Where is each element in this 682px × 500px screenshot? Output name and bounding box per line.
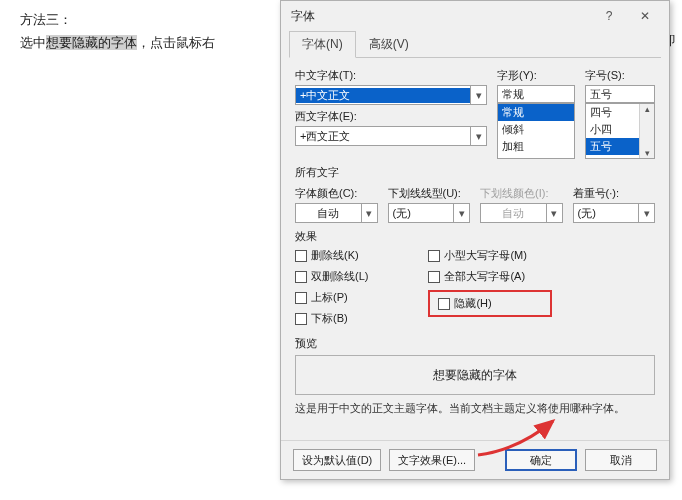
combo-en-font[interactable]: +西文正文 ▾ bbox=[295, 126, 487, 146]
chevron-down-icon[interactable]: ▾ bbox=[361, 204, 377, 222]
btn-set-default[interactable]: 设为默认值(D) bbox=[293, 449, 381, 471]
tab-advanced[interactable]: 高级(V) bbox=[356, 31, 422, 58]
dialog-title: 字体 bbox=[291, 8, 315, 25]
btn-ok[interactable]: 确定 bbox=[505, 449, 577, 471]
scrollbar[interactable]: ▴▾ bbox=[639, 104, 654, 158]
label-cn-font: 中文字体(T): bbox=[295, 68, 487, 83]
chevron-down-icon[interactable]: ▾ bbox=[470, 127, 486, 145]
chk-smallcap[interactable]: 小型大写字母(M) bbox=[428, 248, 551, 263]
preview-box: 想要隐藏的字体 bbox=[295, 355, 655, 395]
combo-cn-font[interactable]: +中文正文 ▾ bbox=[295, 85, 487, 105]
chevron-down-icon[interactable]: ▾ bbox=[638, 204, 654, 222]
section-effects: 效果 bbox=[295, 229, 655, 244]
list-size[interactable]: 四号 小四 五号 ▴▾ bbox=[585, 103, 655, 159]
chevron-down-icon[interactable]: ▾ bbox=[453, 204, 469, 222]
label-emphasis: 着重号(·): bbox=[573, 186, 656, 201]
chevron-down-icon[interactable]: ▾ bbox=[470, 86, 486, 104]
chk-hidden[interactable]: 隐藏(H) bbox=[438, 296, 491, 311]
input-size[interactable]: 五号 bbox=[585, 85, 655, 103]
label-style: 字形(Y): bbox=[497, 68, 575, 83]
label-en-font: 西文字体(E): bbox=[295, 109, 487, 124]
chk-sub[interactable]: 下标(B) bbox=[295, 311, 368, 326]
chk-super[interactable]: 上标(P) bbox=[295, 290, 368, 305]
doc-selection: 想要隐藏的字体 bbox=[46, 35, 137, 50]
chk-allcap[interactable]: 全部大写字母(A) bbox=[428, 269, 551, 284]
btn-text-effects[interactable]: 文字效果(E)... bbox=[389, 449, 475, 471]
combo-font-color[interactable]: 自动 ▾ bbox=[295, 203, 378, 223]
input-style[interactable]: 常规 bbox=[497, 85, 575, 103]
tab-font[interactable]: 字体(N) bbox=[289, 31, 356, 58]
combo-ul-color: 自动 ▾ bbox=[480, 203, 563, 223]
label-ul-color: 下划线颜色(I): bbox=[480, 186, 563, 201]
section-alltext: 所有文字 bbox=[295, 165, 655, 180]
label-size: 字号(S): bbox=[585, 68, 655, 83]
help-button[interactable]: ? bbox=[591, 5, 627, 27]
list-style[interactable]: 常规 倾斜 加粗 bbox=[497, 103, 575, 159]
highlight-hidden: 隐藏(H) bbox=[428, 290, 551, 317]
preview-note: 这是用于中文的正文主题字体。当前文档主题定义将使用哪种字体。 bbox=[295, 401, 655, 416]
chk-strike[interactable]: 删除线(K) bbox=[295, 248, 368, 263]
chk-dstrike[interactable]: 双删除线(L) bbox=[295, 269, 368, 284]
label-font-color: 字体颜色(C): bbox=[295, 186, 378, 201]
combo-emphasis[interactable]: (无) ▾ bbox=[573, 203, 656, 223]
chevron-down-icon: ▾ bbox=[546, 204, 562, 222]
font-dialog: 字体 ? ✕ 字体(N) 高级(V) 中文字体(T): +中文正文 ▾ 西文字体… bbox=[280, 0, 670, 480]
close-button[interactable]: ✕ bbox=[627, 5, 663, 27]
label-underline: 下划线线型(U): bbox=[388, 186, 471, 201]
combo-underline[interactable]: (无) ▾ bbox=[388, 203, 471, 223]
titlebar: 字体 ? ✕ bbox=[281, 1, 669, 31]
tabstrip: 字体(N) 高级(V) bbox=[289, 31, 661, 58]
button-bar: 设为默认值(D) 文字效果(E)... 确定 取消 bbox=[281, 440, 669, 479]
section-preview: 预览 bbox=[295, 336, 655, 351]
btn-cancel[interactable]: 取消 bbox=[585, 449, 657, 471]
